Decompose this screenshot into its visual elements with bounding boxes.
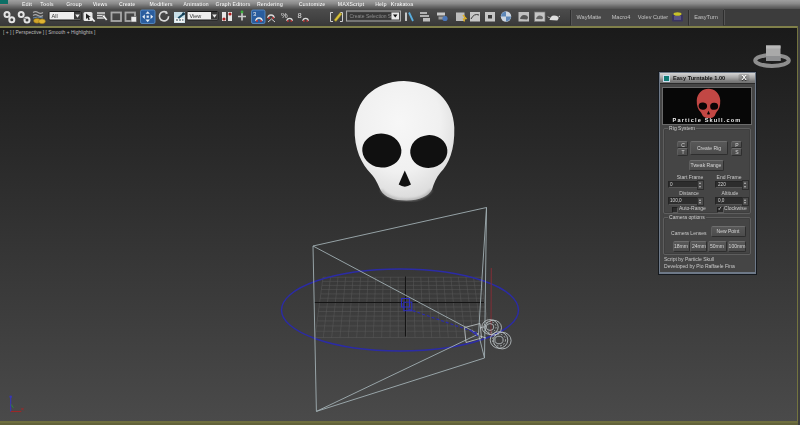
svg-text:Particle Skull.com: Particle Skull.com [673,117,742,123]
